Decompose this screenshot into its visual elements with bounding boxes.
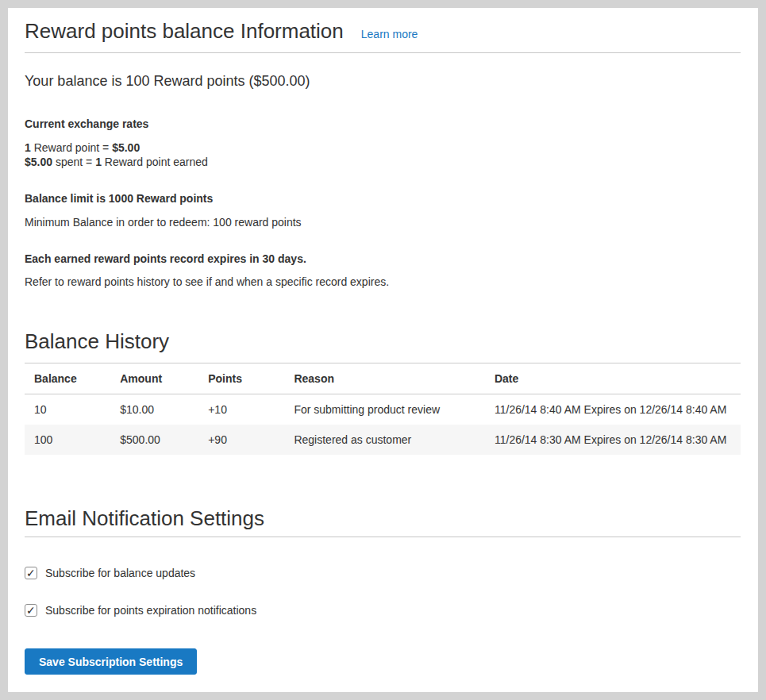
cell-points: +10: [198, 394, 284, 425]
page-header: Reward points balance Information Learn …: [25, 17, 741, 53]
learn-more-link[interactable]: Learn more: [361, 28, 418, 40]
expiration-notifications-label[interactable]: Subscribe for points expiration notifica…: [45, 603, 256, 617]
expiration-note: Refer to reward points history to see if…: [25, 275, 741, 289]
cell-points: +90: [198, 425, 284, 455]
col-header-balance: Balance: [25, 363, 110, 394]
balance-updates-label[interactable]: Subscribe for balance updates: [45, 566, 195, 580]
col-header-points: Points: [198, 363, 284, 394]
exchange-rates-heading: Current exchange rates: [25, 117, 741, 131]
cell-date: 11/26/14 8:40 AM Expires on 12/26/14 8:4…: [485, 394, 741, 425]
balance-summary: Your balance is 100 Reward points ($500.…: [25, 71, 741, 90]
exchange-rates-lines: 1 Reward point = $5.00 $5.00 spent = 1 R…: [25, 140, 741, 169]
expiration-rule: Each earned reward points record expires…: [25, 252, 741, 266]
balance-limit: Balance limit is 1000 Reward points: [25, 191, 741, 206]
balance-updates-checkbox[interactable]: [25, 567, 37, 579]
table-row: 100 $500.00 +90 Registered as customer 1…: [25, 425, 741, 455]
cell-reason: Registered as customer: [284, 425, 485, 455]
email-settings-heading: Email Notification Settings: [25, 505, 741, 537]
col-header-date: Date: [485, 363, 741, 394]
minimum-balance: Minimum Balance in order to redeem: 100 …: [25, 215, 741, 229]
exchange-rate-line-1: 1 Reward point = $5.00: [25, 140, 741, 155]
table-header-row: Balance Amount Points Reason Date: [25, 363, 741, 394]
balance-history-heading: Balance History: [25, 328, 741, 363]
balance-history-table: Balance Amount Points Reason Date 10 $10…: [25, 363, 741, 455]
exchange-rate-line-2: $5.00 spent = 1 Reward point earned: [25, 155, 741, 169]
expiration-notifications-row: Subscribe for points expiration notifica…: [25, 603, 741, 617]
col-header-reason: Reason: [284, 363, 485, 394]
cell-reason: For submitting product review: [284, 394, 485, 425]
cell-balance: 100: [25, 425, 110, 455]
cell-date: 11/26/14 8:30 AM Expires on 12/26/14 8:3…: [485, 425, 741, 455]
col-header-amount: Amount: [110, 363, 198, 394]
page-title: Reward points balance Information: [25, 17, 344, 44]
balance-updates-row: Subscribe for balance updates: [25, 566, 741, 580]
expiration-notifications-checkbox[interactable]: [25, 604, 37, 617]
table-row: 10 $10.00 +10 For submitting product rev…: [25, 394, 741, 425]
cell-amount: $10.00: [110, 394, 198, 425]
save-subscription-settings-button[interactable]: Save Subscription Settings: [25, 648, 197, 675]
cell-balance: 10: [25, 394, 110, 425]
cell-amount: $500.00: [110, 425, 198, 455]
reward-points-card: Reward points balance Information Learn …: [8, 8, 758, 692]
